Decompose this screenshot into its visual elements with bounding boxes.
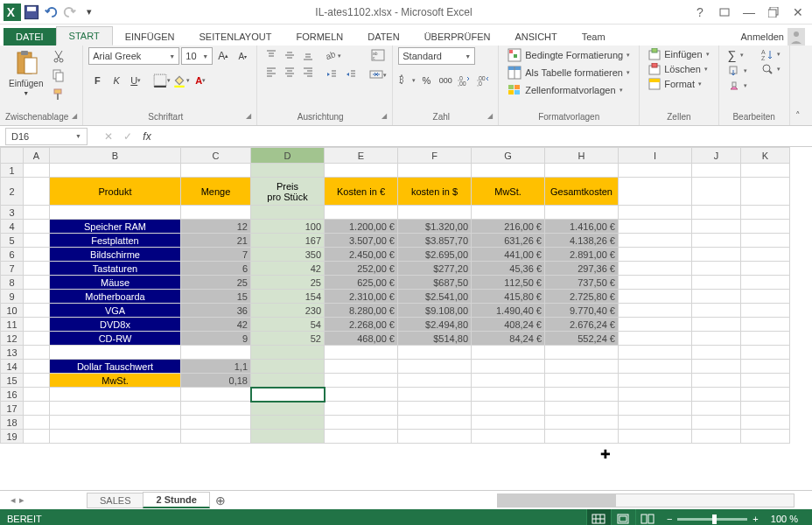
cell-I1[interactable] [619,164,692,178]
cell-G19[interactable] [472,430,545,444]
tab-daten[interactable]: DATEN [355,28,411,46]
row-header-16[interactable]: 16 [1,388,24,402]
cell-K11[interactable] [741,318,790,332]
cell-G7[interactable]: 45,36 € [472,262,545,276]
cell-I12[interactable] [619,332,692,346]
cell-J7[interactable] [692,262,741,276]
col-header-A[interactable]: A [24,148,50,164]
underline-icon[interactable]: U▾ [127,72,144,89]
cell-I19[interactable] [619,430,692,444]
cell-F7[interactable]: $277,20 [398,262,472,276]
cell-F9[interactable]: $2.541,00 [398,290,472,304]
row-header-2[interactable]: 2 [1,178,24,206]
cell-B7[interactable]: Tastaturen [50,262,181,276]
cell-C14[interactable]: 1,1 [181,360,251,374]
merge-center-icon[interactable]: ▾ [369,66,387,84]
cell-K16[interactable] [741,388,790,402]
cell-H15[interactable] [545,374,619,388]
font-launcher-icon[interactable]: ◢ [246,112,251,120]
cell-C4[interactable]: 12 [181,220,251,234]
cell-H1[interactable] [545,164,619,178]
row-header-19[interactable]: 19 [1,430,24,444]
number-launcher-icon[interactable]: ◢ [487,112,493,120]
orientation-icon[interactable]: ab▾ [324,47,341,65]
row-header-1[interactable]: 1 [1,164,24,178]
cell-C8[interactable]: 25 [181,276,251,290]
align-right-icon[interactable] [299,64,317,80]
cell-F3[interactable] [398,206,472,220]
cell-K19[interactable] [741,430,790,444]
cell-G1[interactable] [472,164,545,178]
cell-I11[interactable] [619,318,692,332]
cell-I7[interactable] [619,262,692,276]
cell-C18[interactable] [181,416,251,430]
save-icon[interactable] [23,4,40,21]
sheet-tab-sales[interactable]: SALES [87,493,144,508]
cell-G10[interactable]: 1.490,40 € [472,304,545,318]
help-icon[interactable]: ? [690,4,710,21]
cell-H9[interactable]: 2.725,80 € [545,290,619,304]
cell-D11[interactable]: 54 [251,318,325,332]
cell-H6[interactable]: 2.891,00 € [545,248,619,262]
cell-E4[interactable]: 1.200,00 € [325,220,398,234]
align-left-icon[interactable] [262,64,280,80]
cell-J19[interactable] [692,430,741,444]
cell-D12[interactable]: 52 [251,332,325,346]
row-header-12[interactable]: 12 [1,332,24,346]
cell-I18[interactable] [619,416,692,430]
cell-J9[interactable] [692,290,741,304]
cell-B17[interactable] [50,402,181,416]
cell-K12[interactable] [741,332,790,346]
cell-J8[interactable] [692,276,741,290]
cell-F18[interactable] [398,416,472,430]
cell-E18[interactable] [325,416,398,430]
cell-C13[interactable] [181,346,251,360]
cell-J4[interactable] [692,220,741,234]
cell-A2[interactable] [24,178,50,206]
cell-D16[interactable] [251,388,325,402]
cell-C19[interactable] [181,430,251,444]
cell-K18[interactable] [741,416,790,430]
cell-E9[interactable]: 2.310,00 € [325,290,398,304]
redo-icon[interactable] [61,4,79,21]
cell-D8[interactable]: 25 [251,276,325,290]
tab-datei[interactable]: DATEI [4,28,56,46]
font-size-select[interactable]: 10▼ [181,47,213,65]
cell-C16[interactable] [181,388,251,402]
row-header-10[interactable]: 10 [1,304,24,318]
cell-E16[interactable] [325,388,398,402]
autosum-icon[interactable]: ∑▾ [724,47,751,63]
row-header-14[interactable]: 14 [1,360,24,374]
cell-D3[interactable] [251,206,325,220]
decrease-decimal-icon[interactable]: ,00,0 [475,72,493,89]
cell-A12[interactable] [24,332,50,346]
cell-A1[interactable] [24,164,50,178]
cell-H16[interactable] [545,388,619,402]
zoom-in-icon[interactable]: + [752,514,758,524]
cell-K13[interactable] [741,346,790,360]
row-header-18[interactable]: 18 [1,416,24,430]
cell-I3[interactable] [619,206,692,220]
cell-G9[interactable]: 415,80 € [472,290,545,304]
increase-decimal-icon[interactable]: ,0,00 [456,72,473,89]
cell-I5[interactable] [619,234,692,248]
cell-G8[interactable]: 112,50 € [472,276,545,290]
qa-customize-icon[interactable]: ▾ [80,4,98,21]
cell-I13[interactable] [619,346,692,360]
increase-indent-icon[interactable] [343,66,360,84]
row-header-13[interactable]: 13 [1,346,24,360]
cell-F15[interactable] [398,374,472,388]
zoom-out-icon[interactable]: − [667,514,672,524]
cell-A5[interactable] [24,234,50,248]
cell-I14[interactable] [619,360,692,374]
cell-B10[interactable]: VGA [50,304,181,318]
font-color-icon[interactable]: A▾ [192,72,209,89]
cell-B15[interactable]: MwSt. [50,374,181,388]
cell-H7[interactable]: 297,36 € [545,262,619,276]
cell-C15[interactable]: 0,18 [181,374,251,388]
cell-E11[interactable]: 2.268,00 € [325,318,398,332]
cell-A14[interactable] [24,360,50,374]
cell-A3[interactable] [24,206,50,220]
format-as-table-button[interactable]: Als Tabelle formatieren▾ [504,65,634,80]
cell-B9[interactable]: Motherboarda [50,290,181,304]
